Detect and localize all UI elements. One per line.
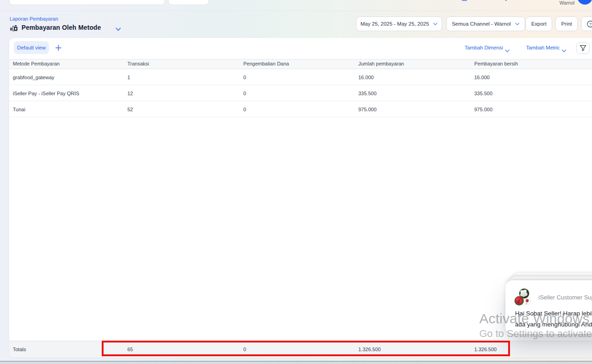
svg-text:?: ? [589, 22, 591, 27]
